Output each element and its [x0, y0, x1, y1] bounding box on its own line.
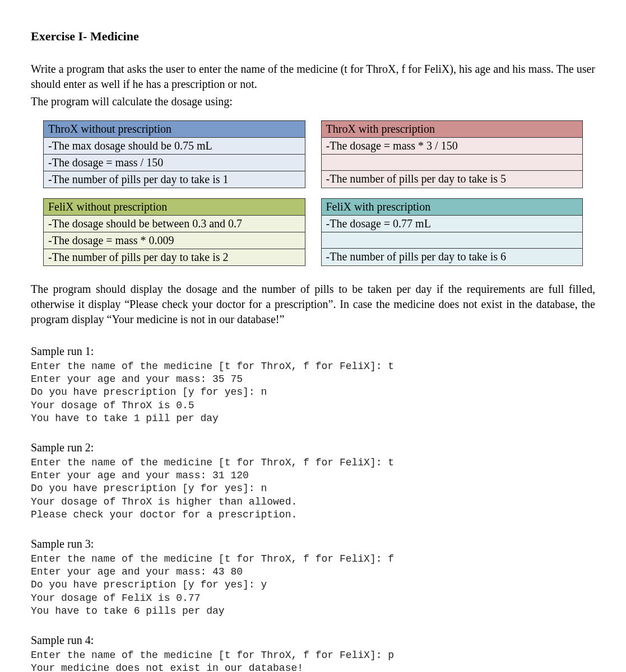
intro-p1: Write a program that asks the user to en… [31, 62, 595, 92]
box-header: FeliX without prescription [44, 199, 305, 216]
box-row: -The number of pills per day to take is … [44, 171, 305, 188]
box-spacer [322, 155, 583, 171]
box-throx-no-prescription: ThroX without prescription -The max dosa… [43, 120, 305, 188]
intro-block: Write a program that asks the user to en… [31, 62, 595, 109]
sample-title: Sample run 4: [31, 633, 595, 648]
box-row: -The number of pills per day to take is … [322, 249, 583, 265]
box-row: -The max dosage should be 0.75 mL [44, 138, 305, 155]
box-spacer [322, 232, 583, 249]
intro-p2: The program will calculate the dosage us… [31, 94, 595, 109]
box-row: -The dosage = 0.77 mL [322, 216, 583, 232]
box-header: ThroX with prescription [322, 121, 583, 138]
sample-run-3: Sample run 3: Enter the name of the medi… [31, 536, 595, 618]
sample-output: Enter the name of the medicine [t for Th… [31, 360, 595, 426]
box-header: ThroX without prescription [44, 121, 305, 138]
after-grid-text: The program should display the dosage an… [31, 282, 595, 327]
dosage-grid: ThroX without prescription -The max dosa… [43, 120, 583, 266]
sample-title: Sample run 3: [31, 536, 595, 552]
box-felix-with-prescription: FeliX with prescription -The dosage = 0.… [321, 198, 583, 266]
box-row: -The number of pills per day to take is … [322, 171, 583, 187]
sample-title: Sample run 1: [31, 344, 595, 359]
sample-output: Enter the name of the medicine [t for Th… [31, 456, 595, 522]
box-row: -The dosage = mass / 150 [44, 155, 305, 171]
box-throx-with-prescription: ThroX with prescription -The dosage = ma… [321, 120, 583, 188]
box-felix-no-prescription: FeliX without prescription -The dosage s… [43, 198, 305, 266]
box-row: -The dosage should be between 0.3 and 0.… [44, 216, 305, 232]
box-row: -The number of pills per day to take is … [44, 249, 305, 265]
sample-output: Enter the name of the medicine [t for Th… [31, 553, 595, 618]
sample-run-1: Sample run 1: Enter the name of the medi… [31, 344, 595, 426]
sample-run-2: Sample run 2: Enter the name of the medi… [31, 440, 595, 522]
box-header: FeliX with prescription [322, 199, 583, 216]
box-row: -The dosage = mass * 0.009 [44, 232, 305, 249]
box-row: -The dosage = mass * 3 / 150 [322, 138, 583, 155]
exercise-title: Exercise I- Medicine [31, 28, 595, 45]
sample-output: Enter the name of the medicine [t for Th… [31, 649, 595, 672]
sample-run-4: Sample run 4: Enter the name of the medi… [31, 633, 595, 672]
sample-title: Sample run 2: [31, 440, 595, 455]
